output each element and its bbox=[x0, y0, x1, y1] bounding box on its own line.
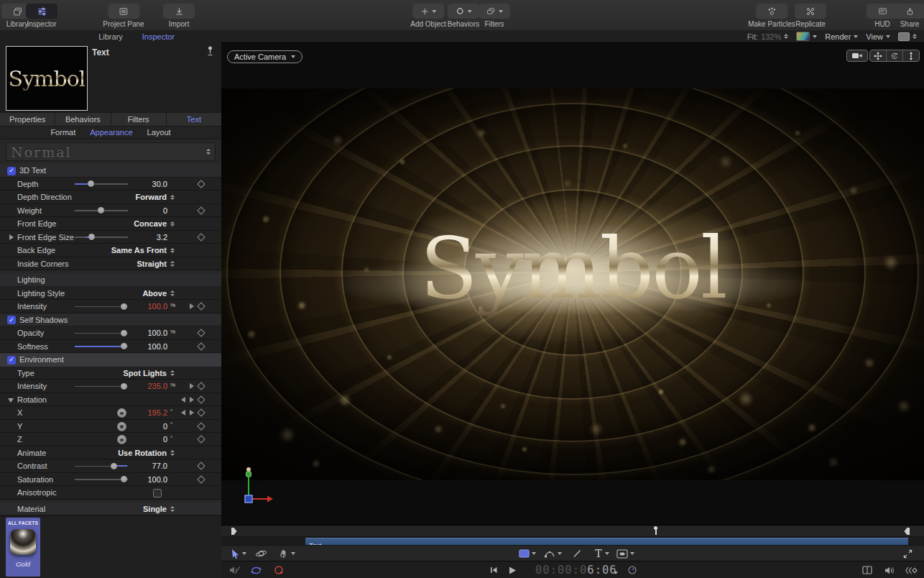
add-keyframe-icon[interactable] bbox=[197, 409, 205, 417]
rect-select-tool-button[interactable] bbox=[517, 547, 530, 560]
add-keyframe-icon[interactable] bbox=[197, 180, 205, 188]
select-stepper-animate[interactable] bbox=[170, 450, 175, 456]
behaviors-button[interactable]: Behaviors bbox=[448, 4, 479, 28]
keyframe-editor-button[interactable] bbox=[905, 564, 918, 577]
value-intensity[interactable]: 235.0 bbox=[124, 380, 167, 393]
tab-properties[interactable]: Properties bbox=[0, 113, 55, 126]
previous-frame-button[interactable] bbox=[487, 564, 500, 577]
record-button[interactable] bbox=[272, 564, 285, 577]
slider-thumb-depth[interactable] bbox=[88, 180, 94, 187]
slider-thumb-front-edge-size[interactable] bbox=[88, 234, 95, 240]
add-keyframe-icon[interactable] bbox=[197, 206, 205, 214]
dolly-camera-button[interactable] bbox=[902, 50, 919, 61]
subtab-appearance[interactable]: Appearance bbox=[90, 127, 132, 139]
select-tool-button[interactable] bbox=[228, 547, 241, 560]
shape-mask-menu-chevron[interactable] bbox=[630, 552, 634, 555]
select-type[interactable]: Spot Lights bbox=[65, 367, 175, 380]
timer-icon-button[interactable] bbox=[626, 564, 639, 577]
checkbox-3d-text[interactable]: ✓ bbox=[7, 167, 16, 175]
select-stepper-inside-corners[interactable] bbox=[170, 261, 175, 267]
canvas-area[interactable]: Symbol Active Camera bbox=[221, 43, 924, 525]
disclosure-triangle[interactable] bbox=[8, 398, 14, 403]
select-stepper-depth-direction[interactable] bbox=[170, 195, 175, 201]
timecode-display[interactable]: 00:00:06:06 bbox=[535, 564, 617, 577]
add-keyframe-icon[interactable] bbox=[197, 422, 205, 430]
select-material[interactable]: Single bbox=[65, 503, 175, 516]
make-particles-button[interactable]: Make Particles bbox=[748, 4, 795, 28]
add-keyframe-icon[interactable] bbox=[197, 475, 205, 483]
prev-keyframe-icon[interactable] bbox=[181, 410, 185, 416]
text-tool-button[interactable]: T bbox=[592, 547, 605, 560]
rect-select-menu-chevron[interactable] bbox=[532, 552, 536, 555]
fit-zoom-control[interactable]: Fit: 132% bbox=[747, 32, 788, 41]
next-keyframe-icon[interactable] bbox=[190, 410, 194, 416]
layout-stepper[interactable] bbox=[913, 34, 917, 40]
add-keyframe-icon[interactable] bbox=[197, 436, 205, 444]
select-stepper-back-edge[interactable] bbox=[170, 248, 175, 254]
camera-menu-button[interactable]: Active Camera bbox=[227, 50, 302, 63]
select-stepper-lighting-style[interactable] bbox=[170, 290, 175, 296]
rendered-composition[interactable]: Symbol bbox=[221, 88, 924, 480]
slider-intensity[interactable] bbox=[75, 306, 128, 308]
value-y[interactable]: 0 bbox=[124, 420, 167, 434]
playhead-marker[interactable] bbox=[655, 527, 657, 535]
slider-front-edge-size[interactable] bbox=[75, 237, 128, 238]
value-opacity[interactable]: 100.0 bbox=[124, 326, 167, 340]
project-pane-button[interactable]: Project Pane bbox=[103, 4, 144, 28]
value-z[interactable]: 0 bbox=[124, 433, 167, 446]
tab-behaviors[interactable]: Behaviors bbox=[55, 113, 110, 126]
select-tool-menu-chevron[interactable] bbox=[242, 552, 246, 555]
canvas-symbol-text[interactable]: Symbol bbox=[420, 219, 726, 318]
add-keyframe-icon[interactable] bbox=[197, 329, 205, 337]
slider-saturation[interactable] bbox=[75, 479, 128, 480]
view-menu[interactable]: View bbox=[866, 32, 890, 41]
value-front-edge-size[interactable]: 3.2 bbox=[124, 231, 167, 244]
render-menu[interactable]: Render bbox=[825, 32, 858, 41]
tab-filters[interactable]: Filters bbox=[111, 113, 166, 126]
3d-axis-gizmo[interactable] bbox=[237, 466, 274, 508]
slider-opacity[interactable] bbox=[75, 333, 128, 334]
replicate-button[interactable]: Replicate bbox=[795, 4, 826, 28]
style-preset-dropdown[interactable]: Normal bbox=[6, 142, 216, 161]
timeline-ruler[interactable] bbox=[221, 526, 924, 537]
text-layer-track-bar[interactable]: Text bbox=[305, 538, 908, 546]
add-keyframe-icon[interactable] bbox=[197, 342, 205, 350]
value-x[interactable]: 195.2 bbox=[124, 406, 167, 420]
pan-camera-button[interactable] bbox=[870, 50, 886, 61]
select-back-edge[interactable]: Same As Front bbox=[65, 244, 175, 257]
slider-thumb-contrast[interactable] bbox=[111, 463, 117, 469]
value-depth[interactable]: 30.0 bbox=[124, 178, 167, 191]
select-stepper-type[interactable] bbox=[170, 370, 175, 376]
value-intensity[interactable]: 100.0 bbox=[124, 300, 167, 313]
line-tool-button[interactable] bbox=[570, 547, 583, 560]
subtab-layout[interactable]: Layout bbox=[147, 127, 171, 139]
select-stepper-material[interactable] bbox=[170, 506, 175, 512]
add-object-button[interactable]: Add Object bbox=[410, 4, 445, 28]
select-lighting-style[interactable]: Above bbox=[65, 287, 175, 301]
hand-tool-button[interactable] bbox=[277, 547, 290, 560]
select-depth-direction[interactable]: Forward bbox=[65, 191, 175, 204]
panel-tab-inspector[interactable]: Inspector bbox=[65, 30, 175, 44]
value-softness[interactable]: 100.0 bbox=[124, 340, 167, 354]
next-keyframe-icon[interactable] bbox=[190, 303, 194, 309]
hand-tool-menu-chevron[interactable] bbox=[291, 552, 295, 555]
value-contrast[interactable]: 77.0 bbox=[124, 459, 167, 473]
select-animate[interactable]: Use Rotation bbox=[65, 446, 175, 460]
checkbox-anisotropic[interactable] bbox=[153, 489, 162, 497]
viewport-layout-control[interactable] bbox=[898, 32, 917, 41]
add-keyframe-icon[interactable] bbox=[197, 233, 205, 241]
tab-text[interactable]: Text bbox=[166, 113, 221, 126]
slider-thumb-weight[interactable] bbox=[98, 207, 104, 214]
select-front-edge[interactable]: Concave bbox=[65, 217, 175, 231]
subtab-format[interactable]: Format bbox=[50, 127, 75, 139]
show-audio-button[interactable] bbox=[883, 564, 896, 577]
expand-timeline-button[interactable] bbox=[901, 547, 914, 560]
timecode-menu-chevron[interactable] bbox=[609, 566, 622, 578]
share-button[interactable]: Share bbox=[894, 4, 924, 28]
inspector-button[interactable]: Inspector bbox=[26, 4, 57, 28]
checkbox-self-shadows[interactable]: ✓ bbox=[7, 316, 16, 324]
text-tool-menu-chevron[interactable] bbox=[605, 552, 609, 555]
color-swatch-dropdown[interactable] bbox=[796, 32, 817, 41]
shape-mask-tool-button[interactable] bbox=[616, 547, 629, 560]
add-keyframe-icon[interactable] bbox=[197, 303, 205, 311]
